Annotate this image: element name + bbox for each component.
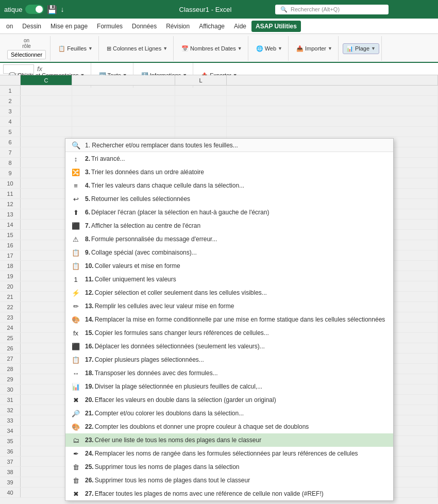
dropdown-item[interactable]: 📋17.Copier plusieurs plages sélectionnée… bbox=[65, 353, 393, 366]
dropdown-item[interactable]: 📊19.Diviser la plage sélectionnée en plu… bbox=[65, 380, 393, 393]
menu-item-mise-en-page[interactable]: Mise en page bbox=[46, 21, 92, 32]
dropdown-item[interactable]: 📋10.Coller valeurs et mise en forme bbox=[65, 259, 393, 273]
dropdown-item[interactable]: ↩5.Retourner les cellules sélectionnées bbox=[65, 192, 393, 206]
cell-c18[interactable] bbox=[21, 261, 72, 271]
cell-m3[interactable] bbox=[227, 106, 438, 116]
cell-c35[interactable] bbox=[21, 436, 72, 446]
cell-c25[interactable] bbox=[21, 333, 72, 343]
dropdown-item[interactable]: 🗂23.Créer une liste de tous les noms des… bbox=[65, 433, 393, 447]
cell-l4[interactable] bbox=[175, 116, 227, 126]
cell-c12[interactable] bbox=[21, 199, 72, 209]
cell-c27[interactable] bbox=[21, 354, 72, 363]
dropdown-item[interactable]: 🎨14.Remplacer la mise en forme condition… bbox=[65, 313, 393, 326]
dropdown-item[interactable]: ⚠8.Formule personnalisée du message d'er… bbox=[65, 232, 393, 246]
cell-c15[interactable] bbox=[21, 230, 72, 240]
cell-c21[interactable] bbox=[21, 292, 72, 301]
dropdown-item[interactable]: 🗑26.Supprimer tous les noms de plages da… bbox=[65, 474, 393, 487]
menu-item-aide[interactable]: Aide bbox=[230, 21, 250, 32]
cell-m1[interactable] bbox=[227, 86, 438, 95]
menu-item-formules[interactable]: Formules bbox=[93, 21, 127, 32]
dropdown-item[interactable]: ⬛16.Déplacer les données sélectionnées (… bbox=[65, 340, 393, 353]
dropdown-item[interactable]: 🎨22.Compter les doublons et donner une p… bbox=[65, 420, 393, 433]
cell-m5[interactable] bbox=[227, 127, 438, 137]
cell-c14[interactable] bbox=[21, 220, 72, 229]
cell-c9[interactable] bbox=[21, 168, 72, 178]
dropdown-item[interactable]: ✖20.Effacer les valeurs en double dans l… bbox=[65, 393, 393, 407]
nombres-button[interactable]: 📅 Nombres et Dates ▼ bbox=[178, 43, 246, 54]
cell-c4[interactable] bbox=[21, 116, 72, 126]
cell-c40[interactable] bbox=[21, 488, 72, 497]
cell-c10[interactable] bbox=[21, 178, 72, 188]
dropdown-item[interactable]: ⬆6.Déplacer l'écran (placer la sélection… bbox=[65, 206, 393, 219]
menu-item-affichage[interactable]: Affichage bbox=[195, 21, 229, 32]
cell-d4[interactable] bbox=[72, 116, 175, 126]
selectionner-button[interactable]: Sélectionner bbox=[7, 50, 46, 59]
colonnes-button[interactable]: ⊞ Colonnes et Lignes ▼ bbox=[103, 43, 171, 54]
cell-d1[interactable] bbox=[72, 86, 175, 95]
cell-c28[interactable] bbox=[21, 364, 72, 374]
menu-item-dessin[interactable]: Dessin bbox=[18, 21, 45, 32]
dropdown-item[interactable]: fx15.Copier les formules sans changer le… bbox=[65, 326, 393, 340]
cell-c20[interactable] bbox=[21, 281, 72, 291]
cell-c32[interactable] bbox=[21, 405, 72, 415]
undo-arrow[interactable]: ↓ bbox=[60, 5, 64, 13]
dropdown-item[interactable]: 🔀3.Trier les données dans un ordre aléat… bbox=[65, 165, 393, 179]
cell-l1[interactable] bbox=[175, 86, 227, 95]
feuilles-button[interactable]: 📋 Feuilles ▼ bbox=[55, 43, 96, 54]
dropdown-item[interactable]: 🔎21.Compter et/ou colorer les doublons d… bbox=[65, 407, 393, 420]
cell-c17[interactable] bbox=[21, 250, 72, 260]
cell-d5[interactable] bbox=[72, 127, 175, 137]
cell-l3[interactable] bbox=[175, 106, 227, 116]
cell-c22[interactable] bbox=[21, 302, 72, 312]
dropdown-item[interactable]: 🗑25.Supprimer tous les noms de plages da… bbox=[65, 460, 393, 474]
dropdown-item[interactable]: ✒24.Remplacer les noms de rangée dans le… bbox=[65, 447, 393, 460]
dropdown-item[interactable]: 111.Coller uniquement les valeurs bbox=[65, 273, 393, 286]
cell-c1[interactable] bbox=[21, 86, 72, 95]
dropdown-item[interactable]: ✖27.Effacer toutes les plages de noms av… bbox=[65, 487, 393, 500]
cell-d3[interactable] bbox=[72, 106, 175, 116]
cell-c6[interactable] bbox=[21, 137, 72, 147]
cell-c30[interactable] bbox=[21, 384, 72, 394]
cell-c36[interactable] bbox=[21, 446, 72, 456]
importer-button[interactable]: 📥 Importer ▼ bbox=[293, 43, 336, 54]
cell-c5[interactable] bbox=[21, 127, 72, 137]
cell-l2[interactable] bbox=[175, 96, 227, 106]
dropdown-search-item[interactable]: 🔍 1. Rechercher et/ou remplacer dans tou… bbox=[65, 139, 393, 152]
cell-c16[interactable] bbox=[21, 240, 72, 250]
cell-c34[interactable] bbox=[21, 426, 72, 435]
plage-button[interactable]: 📊 Plage ▼ bbox=[343, 43, 379, 54]
cell-m2[interactable] bbox=[227, 96, 438, 106]
cell-c37[interactable] bbox=[21, 457, 72, 466]
cell-c33[interactable] bbox=[21, 415, 72, 425]
dropdown-item[interactable]: ≡4.Trier les valeurs dans chaque cellule… bbox=[65, 179, 393, 192]
cell-c26[interactable] bbox=[21, 343, 72, 353]
cell-c3[interactable] bbox=[21, 106, 72, 116]
web-button[interactable]: 🌐 Web ▼ bbox=[252, 43, 286, 54]
cell-c13[interactable] bbox=[21, 209, 72, 219]
cell-c8[interactable] bbox=[21, 158, 72, 167]
cell-c7[interactable] bbox=[21, 147, 72, 157]
search-bar[interactable]: 🔍 Rechercher (Alt+Q) bbox=[275, 5, 389, 14]
save-icon[interactable]: 💾 bbox=[47, 5, 57, 14]
menu-item-asap[interactable]: ASAP Utilities bbox=[251, 21, 301, 32]
cell-c19[interactable] bbox=[21, 271, 72, 281]
dropdown-item[interactable]: 📋9.Collage spécial (avec combinaisons)..… bbox=[65, 246, 393, 259]
menu-item-revision[interactable]: Révision bbox=[162, 21, 194, 32]
cell-c23[interactable] bbox=[21, 312, 72, 322]
cell-c11[interactable] bbox=[21, 189, 72, 198]
cell-c2[interactable] bbox=[21, 96, 72, 106]
autosave-toggle[interactable] bbox=[25, 5, 44, 14]
cell-c31[interactable] bbox=[21, 395, 72, 405]
cell-c29[interactable] bbox=[21, 374, 72, 384]
cell-c24[interactable] bbox=[21, 323, 72, 332]
cell-d2[interactable] bbox=[72, 96, 175, 106]
dropdown-item[interactable]: ↕2.Tri avancé... bbox=[65, 152, 393, 165]
cell-c39[interactable] bbox=[21, 477, 72, 487]
dropdown-item[interactable]: ⬛7.Afficher la sélection au centre de l'… bbox=[65, 219, 393, 232]
menu-item-donnees[interactable]: Données bbox=[128, 21, 161, 32]
menu-item-on[interactable]: on bbox=[2, 21, 17, 32]
cell-l5[interactable] bbox=[175, 127, 227, 137]
dropdown-item[interactable]: ⚡12.Copier sélection et coller seulement… bbox=[65, 286, 393, 299]
cell-m4[interactable] bbox=[227, 116, 438, 126]
dropdown-item[interactable]: ↔18.Transposer les données avec des form… bbox=[65, 366, 393, 380]
